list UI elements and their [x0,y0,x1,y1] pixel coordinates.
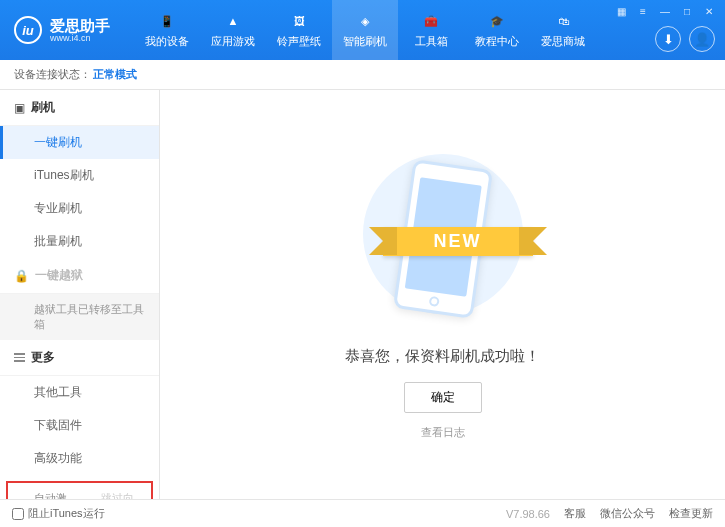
nav-label: 应用游戏 [211,34,255,49]
sidebar-more-item[interactable]: 下载固件 [0,409,159,442]
new-ribbon: NEW [383,227,533,256]
nav-label: 教程中心 [475,34,519,49]
auto-activate-checkbox[interactable]: 自动激活 [18,491,75,499]
sidebar-more-item[interactable]: 其他工具 [0,376,159,409]
nav-label: 爱思商城 [541,34,585,49]
block-itunes-checkbox[interactable]: 阻止iTunes运行 [12,506,105,521]
ok-button[interactable]: 确定 [404,382,482,413]
nav-item-0[interactable]: 📱我的设备 [134,0,200,60]
sidebar: ▣ 刷机 一键刷机iTunes刷机专业刷机批量刷机 🔒 一键越狱 越狱工具已转移… [0,90,160,499]
jailbreak-title: 一键越狱 [35,267,83,284]
window-controls: ▦ ≡ — □ ✕ [613,4,717,18]
flash-title: 刷机 [31,99,55,116]
lock-icon: 🔒 [14,269,29,283]
status-label: 设备连接状态： [14,67,91,82]
top-nav: 📱我的设备▲应用游戏🖼铃声壁纸◈智能刷机🧰工具箱🎓教程中心🛍爱思商城 [134,0,596,60]
status-bar: 设备连接状态： 正常模式 [0,60,725,90]
sidebar-flash-item[interactable]: 一键刷机 [0,126,159,159]
update-link[interactable]: 检查更新 [669,506,713,521]
logo-icon: iu [14,16,42,44]
user-button[interactable]: 👤 [689,26,715,52]
more-title: 更多 [31,349,55,366]
hamburger-icon [14,353,25,362]
success-illustration: NEW [343,149,543,329]
maximize-icon[interactable]: □ [679,4,695,18]
app-name: 爱思助手 [50,18,110,33]
wechat-link[interactable]: 微信公众号 [600,506,655,521]
nav-icon: ◈ [355,11,375,31]
gift-icon[interactable]: ▦ [613,4,629,18]
flash-icon: ▣ [14,101,25,115]
version-label: V7.98.66 [506,508,550,520]
nav-icon: 🛍 [553,11,573,31]
logo-area: iu 爱思助手 www.i4.cn [0,16,124,44]
sidebar-section-jailbreak: 🔒 一键越狱 [0,258,159,294]
footer: 阻止iTunes运行 V7.98.66 客服 微信公众号 检查更新 [0,499,725,527]
app-url: www.i4.cn [50,33,110,43]
sidebar-flash-item[interactable]: 专业刷机 [0,192,159,225]
nav-icon: 🖼 [289,11,309,31]
download-button[interactable]: ⬇ [655,26,681,52]
sidebar-section-flash[interactable]: ▣ 刷机 [0,90,159,126]
view-log-link[interactable]: 查看日志 [421,425,465,440]
nav-item-2[interactable]: 🖼铃声壁纸 [266,0,332,60]
nav-icon: 🧰 [421,11,441,31]
minimize-icon[interactable]: — [657,4,673,18]
nav-item-3[interactable]: ◈智能刷机 [332,0,398,60]
success-message: 恭喜您，保资料刷机成功啦！ [345,347,540,366]
options-box: 自动激活 跳过向导 [6,481,153,499]
nav-label: 工具箱 [415,34,448,49]
sidebar-flash-item[interactable]: 批量刷机 [0,225,159,258]
jailbreak-note: 越狱工具已转移至工具箱 [0,294,159,340]
nav-label: 我的设备 [145,34,189,49]
app-header: iu 爱思助手 www.i4.cn 📱我的设备▲应用游戏🖼铃声壁纸◈智能刷机🧰工… [0,0,725,60]
nav-label: 铃声壁纸 [277,34,321,49]
nav-icon: 🎓 [487,11,507,31]
sidebar-section-more[interactable]: 更多 [0,340,159,376]
skip-guide-checkbox[interactable]: 跳过向导 [85,491,142,499]
nav-icon: 📱 [157,11,177,31]
close-icon[interactable]: ✕ [701,4,717,18]
main-content: NEW 恭喜您，保资料刷机成功啦！ 确定 查看日志 [160,90,725,499]
menu-icon[interactable]: ≡ [635,4,651,18]
nav-label: 智能刷机 [343,34,387,49]
nav-item-1[interactable]: ▲应用游戏 [200,0,266,60]
nav-item-4[interactable]: 🧰工具箱 [398,0,464,60]
status-value: 正常模式 [93,67,137,82]
nav-icon: ▲ [223,11,243,31]
nav-item-6[interactable]: 🛍爱思商城 [530,0,596,60]
nav-item-5[interactable]: 🎓教程中心 [464,0,530,60]
sidebar-more-item[interactable]: 高级功能 [0,442,159,475]
sidebar-flash-item[interactable]: iTunes刷机 [0,159,159,192]
support-link[interactable]: 客服 [564,506,586,521]
